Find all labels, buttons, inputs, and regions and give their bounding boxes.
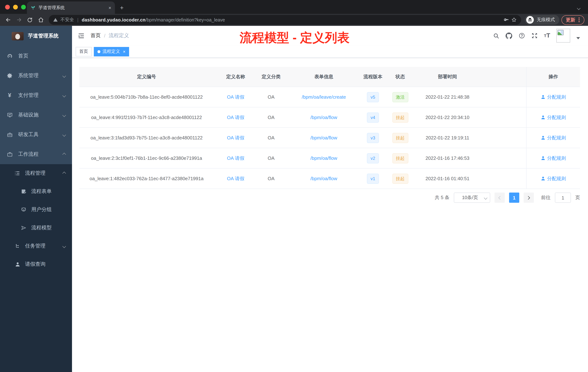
- definition-name-link[interactable]: OA 请假: [214, 134, 257, 141]
- tab-close-icon[interactable]: ×: [109, 5, 111, 10]
- workflow-submenu: 流程管理 流程表单 用户分组: [0, 164, 72, 372]
- definition-table: 定义编号 定义名称 定义分类 表单信息 流程版本 状态 部署时间 操作 oa_l…: [79, 67, 580, 189]
- briefcase-icon: [7, 152, 13, 157]
- sidebar-item-leave-query[interactable]: 请假查询: [0, 255, 72, 273]
- user-icon: [541, 156, 545, 161]
- browser-update-button[interactable]: 更新: [561, 15, 584, 25]
- assign-rule-action[interactable]: 分配规则: [526, 128, 580, 148]
- next-page-button[interactable]: [524, 193, 534, 203]
- sidebar-item-task-management[interactable]: 任务管理: [0, 237, 72, 255]
- assign-rule-action[interactable]: 分配规则: [526, 169, 580, 188]
- forward-icon[interactable]: [15, 15, 23, 24]
- form-link[interactable]: /bpm/oa/flow: [285, 176, 363, 181]
- form-link[interactable]: /bpm/oa/flow: [285, 115, 363, 120]
- version-tag: v4: [363, 112, 383, 122]
- chevron-down-icon: [62, 94, 66, 97]
- column-header: 定义编号: [79, 74, 214, 80]
- github-icon[interactable]: [505, 32, 512, 39]
- deploy-time: 2022-01-16 17:46:53: [418, 155, 477, 161]
- home-icon[interactable]: [36, 15, 45, 24]
- sidebar-item-process-management[interactable]: 流程管理: [0, 164, 72, 182]
- sidebar-item-label: 系统管理: [18, 72, 57, 79]
- dashboard-icon: [7, 53, 13, 59]
- tag-close-icon[interactable]: ×: [123, 49, 126, 54]
- user-icon: [541, 176, 545, 181]
- definition-category: OA: [257, 94, 285, 100]
- assign-rule-action[interactable]: 分配规则: [526, 148, 580, 168]
- zoom-window-button[interactable]: [21, 5, 26, 10]
- prev-page-button[interactable]: [494, 193, 505, 203]
- column-header: 定义名称: [214, 74, 257, 80]
- password-key-icon[interactable]: [503, 17, 509, 22]
- user-avatar[interactable]: [556, 29, 570, 43]
- sidebar-item-label: 支付管理: [18, 92, 57, 99]
- tag-home[interactable]: 首页: [76, 47, 92, 56]
- sidebar-item-devtools[interactable]: 研发工具: [0, 125, 72, 144]
- assign-rule-action[interactable]: 分配规则: [526, 107, 580, 127]
- definition-category: OA: [257, 155, 285, 161]
- search-icon[interactable]: [493, 33, 499, 39]
- tab-search-chevron-icon[interactable]: [578, 4, 580, 11]
- form-link[interactable]: /bpm/oa/flow: [285, 135, 363, 141]
- form-link[interactable]: /bpm/oa/flow: [285, 155, 363, 161]
- send-icon: [21, 225, 27, 231]
- gear-icon: [7, 73, 13, 79]
- column-header: 定义分类: [257, 74, 285, 80]
- goto-page-input[interactable]: [555, 193, 571, 203]
- assign-rule-link[interactable]: 分配规则: [541, 134, 566, 141]
- minimize-window-button[interactable]: [13, 5, 18, 10]
- assign-rule-link[interactable]: 分配规则: [541, 175, 566, 182]
- definition-name-link[interactable]: OA 请假: [214, 114, 257, 121]
- url-bar[interactable]: 不安全 | dashboard.yudao.iocoder.cn/bpm/man…: [49, 15, 521, 25]
- broken-image-icon: [557, 30, 564, 35]
- page-annotation-title: 流程模型 - 定义列表: [240, 30, 349, 46]
- current-page-button[interactable]: 1: [509, 193, 519, 203]
- user-icon: [541, 115, 545, 120]
- sidebar-item-user-group[interactable]: 用户分组: [0, 201, 72, 219]
- font-size-icon[interactable]: TT: [544, 32, 550, 39]
- screen: 芋道管理系统 × + 不安全 |: [0, 0, 588, 372]
- pagination: 共 5 条 10条/页 1 前往 页: [79, 193, 580, 203]
- people-icon: [21, 207, 27, 213]
- sidebar-item-label: 工作流程: [18, 151, 57, 158]
- definition-category: OA: [257, 135, 285, 141]
- definition-id: oa_leave:1:482ec033-762a-11ec-8477-a2380…: [79, 176, 214, 181]
- form-link[interactable]: /bpm/oa/leave/create: [285, 94, 363, 100]
- sidebar-item-label: 研发工具: [18, 131, 57, 138]
- bookmark-star-icon[interactable]: [511, 17, 517, 22]
- sidebar-item-system[interactable]: 系统管理: [0, 66, 72, 86]
- status-tag: 激活: [383, 92, 418, 102]
- page-size-select[interactable]: 10条/页: [454, 193, 490, 203]
- browser-tab[interactable]: 芋道管理系统 ×: [27, 1, 115, 14]
- breadcrumb-home[interactable]: 首页: [91, 33, 101, 39]
- close-window-button[interactable]: [5, 5, 10, 10]
- assign-rule-action[interactable]: 分配规则: [526, 87, 580, 107]
- tag-process-definition[interactable]: 流程定义 ×: [94, 47, 129, 56]
- assign-rule-link[interactable]: 分配规则: [541, 94, 566, 100]
- help-icon[interactable]: [519, 33, 525, 39]
- sidebar-item-label: 用户分组: [31, 206, 65, 213]
- definition-name-link[interactable]: OA 请假: [214, 155, 257, 161]
- table-row: oa_leave:2:3c1f0ef1-76b1-11ec-9c66-a2380…: [79, 148, 580, 169]
- back-icon[interactable]: [4, 15, 12, 24]
- assign-rule-link[interactable]: 分配规则: [541, 155, 566, 161]
- new-tab-button[interactable]: +: [120, 4, 124, 12]
- reload-icon[interactable]: [25, 15, 34, 24]
- assign-rule-link[interactable]: 分配规则: [541, 114, 566, 121]
- hamburger-icon[interactable]: [78, 32, 85, 39]
- sidebar-item-workflow[interactable]: 工作流程: [0, 144, 72, 164]
- sidebar-item-process-form[interactable]: 流程表单: [0, 182, 72, 201]
- sidebar-item-payment[interactable]: ¥ 支付管理: [0, 86, 72, 105]
- definition-name-link[interactable]: OA 请假: [214, 175, 257, 182]
- table-body: oa_leave:5:004b710b-7b8a-11ec-8ef0-acde4…: [79, 87, 580, 189]
- sidebar-item-process-model[interactable]: 流程模型: [0, 219, 72, 237]
- browser-menu-icon[interactable]: [578, 19, 580, 20]
- sidebar-item-home[interactable]: 首页: [0, 46, 72, 66]
- definition-name-link[interactable]: OA 请假: [214, 94, 257, 100]
- fullscreen-icon[interactable]: [531, 33, 538, 39]
- sidebar-item-infrastructure[interactable]: 基础设施: [0, 105, 72, 125]
- user-icon: [15, 262, 20, 267]
- user-menu-caret-icon[interactable]: [576, 37, 580, 39]
- security-label: 不安全: [60, 17, 74, 23]
- seedling-favicon-icon: [31, 5, 36, 10]
